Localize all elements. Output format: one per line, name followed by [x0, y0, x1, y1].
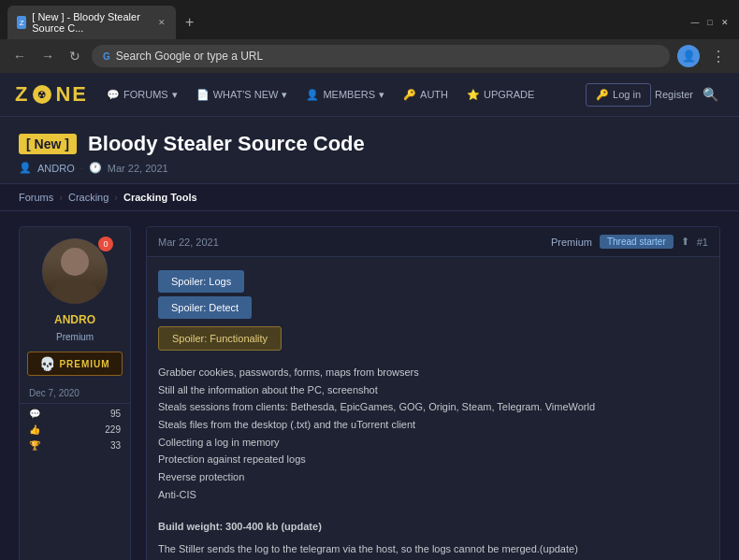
- active-tab[interactable]: Z [ New ] - Bloody Stealer Source C... ✕: [7, 6, 176, 39]
- login-label: Log in: [613, 89, 641, 100]
- avatar-silhouette: [42, 238, 108, 304]
- site-content: Z ☢ NE 💬 FORUMS ▾ 📄 WHAT'S NEW ▾ 👤 MEMBE…: [0, 73, 739, 560]
- breadcrumb-home[interactable]: Forums: [19, 192, 53, 203]
- user-avatar-area: 0: [20, 227, 130, 309]
- register-label: Register: [655, 89, 693, 100]
- nav-whats-new[interactable]: 📄 WHAT'S NEW ▾: [187, 76, 297, 114]
- build-weight: Build weight: 300-400 kb (update): [158, 513, 708, 539]
- avatar: [42, 238, 108, 304]
- breadcrumb-sep2: ›: [114, 192, 118, 203]
- post-title: Bloody Stealer Source Code: [88, 132, 365, 156]
- join-date-row: Dec 7, 2020: [20, 385, 130, 401]
- post-number: #1: [697, 237, 708, 248]
- post-top-right: Premium Thread starter ⬆ #1: [551, 235, 708, 249]
- reload-button[interactable]: ↻: [65, 47, 84, 65]
- nav-search-icon[interactable]: 🔍: [697, 87, 724, 102]
- feature-list: Grabber cookies, passwords, forms, maps …: [158, 354, 708, 513]
- user-card: 0 ANDRO Premium 💀 PREMIUM Dec 7, 2020 💬 …: [19, 226, 131, 560]
- post-header: [ New ] Bloody Stealer Source Code 👤 AND…: [0, 117, 739, 184]
- forums-icon: 💬: [107, 89, 120, 101]
- site-logo: Z ☢ NE: [15, 73, 88, 116]
- user-stats: Dec 7, 2020 💬 95 👍 229 🏆 33: [20, 380, 130, 459]
- username[interactable]: ANDRO: [20, 309, 130, 330]
- nav-auth-label: AUTH: [420, 89, 448, 100]
- minimize-button[interactable]: —: [688, 16, 702, 29]
- logo-ne: NE: [55, 82, 88, 107]
- points-count: 33: [110, 440, 121, 451]
- tab-favicon: Z: [17, 16, 26, 29]
- messages-count: 95: [110, 409, 121, 419]
- premium-label: PREMIUM: [59, 359, 109, 369]
- post-date: Mar 22, 2021: [158, 237, 219, 248]
- maximize-button[interactable]: □: [703, 16, 717, 29]
- post-meta: 👤 ANDRO · 🕐 Mar 22, 2021: [19, 162, 720, 174]
- logo-biohazard-icon: ☢: [33, 85, 51, 104]
- logo-z: Z: [15, 82, 29, 107]
- browser-menu-button[interactable]: ⋮: [707, 48, 730, 65]
- stats-divider1: [20, 403, 130, 404]
- nav-upgrade[interactable]: ⭐ UPGRADE: [457, 76, 543, 114]
- feature-item-7: Reverse protection: [158, 468, 708, 486]
- spoiler-logs-button[interactable]: Spoiler: Logs: [158, 270, 244, 293]
- breadcrumb-current: Cracking Tools: [123, 192, 197, 203]
- profile-icon[interactable]: 👤: [677, 45, 700, 67]
- thread-starter-badge: Thread starter: [600, 235, 674, 249]
- breadcrumb-sep1: ›: [59, 192, 63, 203]
- avatar-head: [61, 248, 89, 276]
- nav-members-label: MEMBERS: [323, 89, 375, 100]
- premium-banner: 💀 PREMIUM: [27, 352, 123, 376]
- spoiler-functionality-button[interactable]: Spoiler: Functionality: [158, 326, 282, 351]
- address-bar: ← → ↻ G Search Google or type a URL 👤 ⋮: [0, 39, 739, 73]
- tab-close-button[interactable]: ✕: [157, 16, 167, 29]
- feature-item-1: Grabber cookies, passwords, forms, maps …: [158, 364, 708, 381]
- nav-members[interactable]: 👤 MEMBERS ▾: [297, 76, 394, 114]
- user-role: Premium: [20, 330, 130, 348]
- nav-upgrade-label: UPGRADE: [484, 89, 534, 100]
- main-content: 0 ANDRO Premium 💀 PREMIUM Dec 7, 2020 💬 …: [0, 211, 739, 560]
- skull-icon: 💀: [39, 356, 55, 371]
- members-icon: 👤: [306, 89, 319, 101]
- feature-item-3: Steals sessions from clients: Bethesda, …: [158, 398, 708, 416]
- tab-bar: Z [ New ] - Bloody Stealer Source C... ✕…: [0, 0, 739, 39]
- feature-item-6: Protection against repeated logs: [158, 451, 708, 468]
- url-input[interactable]: G Search Google or type a URL: [92, 45, 670, 67]
- share-icon[interactable]: ⬆: [681, 236, 689, 248]
- key-icon: 🔑: [596, 89, 609, 101]
- login-button[interactable]: 🔑 Log in: [586, 83, 651, 107]
- post-author[interactable]: ANDRO: [37, 163, 75, 174]
- author-icon: 👤: [19, 162, 32, 174]
- premium-status-label: Premium: [551, 237, 592, 248]
- whats-new-chevron: ▾: [282, 89, 287, 101]
- register-button[interactable]: Register: [655, 89, 693, 100]
- nav-forums-label: FORUMS: [123, 89, 168, 100]
- breadcrumb-parent[interactable]: Cracking: [68, 192, 109, 203]
- nav-auth[interactable]: 🔑 AUTH: [394, 76, 457, 114]
- likes-row: 👍 229: [20, 422, 130, 438]
- window-controls: — □ ✕: [688, 16, 732, 29]
- back-button[interactable]: ←: [9, 47, 30, 65]
- forward-button[interactable]: →: [37, 47, 58, 65]
- new-tab-button[interactable]: +: [180, 12, 199, 33]
- points-icon: 🏆: [29, 440, 40, 451]
- breadcrumb: Forums › Cracking › Cracking Tools: [0, 184, 739, 211]
- nav-forums[interactable]: 💬 FORUMS ▾: [97, 76, 187, 114]
- feature-item-2: Still all the information about the PC, …: [158, 381, 708, 399]
- feature-item-5: Collecting a log in memory: [158, 434, 708, 452]
- forums-chevron: ▾: [172, 89, 178, 101]
- post-title-area: [ New ] Bloody Stealer Source Code: [19, 132, 720, 156]
- avatar-body: [51, 280, 98, 304]
- whats-new-icon: 📄: [196, 89, 210, 101]
- post-body: Spoiler: Logs Spoiler: Detect Spoiler: F…: [147, 257, 719, 560]
- post-top-bar: Mar 22, 2021 Premium Thread starter ⬆ #1: [147, 227, 719, 257]
- site-nav: Z ☢ NE 💬 FORUMS ▾ 📄 WHAT'S NEW ▾ 👤 MEMBE…: [0, 73, 739, 117]
- clock-icon: 🕐: [89, 162, 102, 174]
- messages-row: 💬 95: [20, 406, 130, 422]
- likes-count: 229: [105, 424, 121, 435]
- members-chevron: ▾: [379, 89, 384, 101]
- upgrade-icon: ⭐: [467, 89, 480, 101]
- url-text: Search Google or type a URL: [116, 50, 263, 63]
- spoiler-detect-button[interactable]: Spoiler: Detect: [158, 296, 252, 319]
- auth-icon: 🔑: [403, 89, 416, 101]
- unread-badge: 0: [98, 237, 113, 251]
- close-button[interactable]: ✕: [718, 16, 732, 29]
